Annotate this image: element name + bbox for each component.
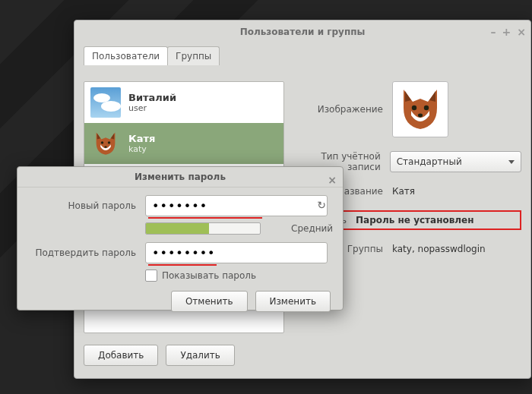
annotation-underline [148,217,262,219]
confirm-password-label: Подтвердить пароль [17,247,145,258]
add-user-button[interactable]: Добавить [84,345,158,366]
user-name: Виталий [128,92,176,103]
add-button-label: Добавить [98,350,144,361]
avatar [90,87,121,118]
image-label: Изображение [299,104,392,115]
user-login: katy [128,144,155,154]
avatar [90,128,121,159]
annotation-underline [148,264,217,266]
show-password-label: Показывать пароль [162,270,256,281]
svg-point-2 [104,146,106,147]
new-password-label: Новый пароль [17,200,145,211]
change-password-dialog: Изменить пароль × Новый пароль ↻ Средний… [17,166,344,310]
tabs: Пользователи Группы [84,46,530,65]
apply-button[interactable]: Изменить [255,291,331,312]
password-value[interactable]: Пароль не установлен [356,215,473,225]
strength-bar [145,222,261,235]
strength-fill [146,223,209,234]
regenerate-icon[interactable]: ↻ [317,199,326,211]
tab-users[interactable]: Пользователи [84,46,168,65]
account-type-select[interactable]: Стандартный [390,151,521,172]
confirm-password-input[interactable] [145,242,328,263]
maximize-icon[interactable]: + [502,20,511,43]
name-value[interactable]: Катя [392,186,415,197]
tab-groups-label: Группы [176,51,211,61]
window-titlebar: Пользователи и группы – + × [74,20,530,43]
chevron-down-icon [508,160,515,164]
user-name: Катя [128,133,155,144]
user-row[interactable]: Катя katy [84,123,283,164]
cancel-label: Отменить [185,296,233,307]
svg-point-1 [108,141,110,143]
strength-label: Средний [291,223,333,234]
tab-users-label: Пользователи [92,51,160,61]
apply-label: Изменить [270,296,317,307]
groups-value[interactable]: katy, nopasswdlogin [392,244,486,254]
svg-point-4 [424,106,429,110]
delete-user-button[interactable]: Удалить [166,345,235,366]
dialog-titlebar: Изменить пароль × [17,167,343,188]
account-type-value: Стандартный [397,156,462,167]
svg-point-0 [101,141,103,143]
checkbox-icon [145,269,157,282]
user-row[interactable]: Виталий user [84,82,283,123]
svg-point-5 [418,114,423,118]
password-strength: Средний [145,222,343,235]
tab-groups[interactable]: Группы [167,46,220,65]
cancel-button[interactable]: Отменить [171,291,248,312]
avatar-large[interactable] [392,81,448,137]
close-icon[interactable]: × [517,20,526,43]
svg-point-3 [412,106,416,110]
show-password-checkbox[interactable]: Показывать пароль [145,269,343,282]
minimize-icon[interactable]: – [491,20,496,43]
new-password-input[interactable] [145,195,328,216]
window-title: Пользователи и группы [240,27,366,37]
user-login: user [128,103,176,113]
dialog-title: Изменить пароль [135,172,226,182]
delete-button-label: Удалить [180,350,220,361]
close-icon[interactable]: × [328,170,337,190]
